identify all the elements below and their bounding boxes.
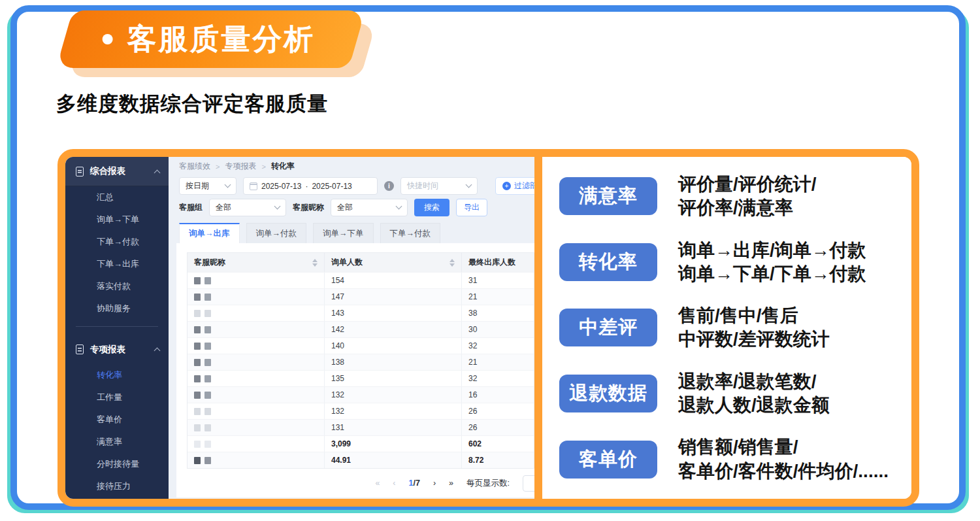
tab-item[interactable]: 询单→下单 [313, 223, 374, 243]
feature-description: 售前/售中/售后中评数/差评数统计 [678, 304, 830, 352]
breadcrumb-item[interactable]: 专项报表 [225, 161, 256, 172]
censored-name-block [194, 326, 201, 333]
sidebar-item[interactable]: 汇总 [65, 186, 169, 209]
table-row[interactable]: 44.918.72 [188, 452, 534, 468]
sidebar-group-label: 综合报表 [90, 165, 125, 177]
inquiry-count-cell: 147 [325, 289, 462, 305]
sort-icon[interactable] [312, 259, 318, 267]
breadcrumb-item[interactable]: 转化率 [271, 161, 295, 172]
feature-badge-button[interactable]: 客单价 [559, 441, 657, 479]
nickname-cell [188, 273, 325, 288]
table-row[interactable]: 15431 [188, 272, 534, 288]
sort-asc-icon [312, 259, 318, 262]
censored-name-block [204, 441, 211, 448]
next-page-button[interactable]: › [433, 479, 436, 488]
tab-item[interactable]: 下单→付款 [380, 223, 441, 243]
last-page-button[interactable]: » [449, 479, 453, 488]
date-mode-select[interactable]: 按日期 [179, 177, 237, 195]
filter-departments-button[interactable]: + 过滤部门 [495, 177, 534, 195]
search-button[interactable]: 搜索 [414, 199, 449, 216]
sidebar-item[interactable]: 下单→出库 [65, 253, 169, 275]
censored-name-block [204, 277, 211, 284]
sidebar-item[interactable]: 满意率 [65, 431, 169, 453]
sidebar-item[interactable]: 分时接待量 [65, 453, 169, 475]
sidebar-item[interactable]: 工作量 [65, 386, 169, 409]
tab-item[interactable]: 询单→付款 [246, 223, 307, 243]
sidebar-item[interactable]: 下单→付款 [65, 231, 169, 253]
group-select[interactable]: 全部 [209, 199, 286, 216]
sidebar-item[interactable]: 协助服务 [65, 297, 169, 320]
quick-time-select[interactable]: 快捷时间 [400, 177, 478, 195]
title-banner: 客服质量分析 [56, 10, 365, 68]
tab-active[interactable]: 询单→出库 [179, 223, 240, 243]
column-header[interactable]: 客服昵称 [188, 253, 325, 272]
censored-name-block [194, 277, 201, 284]
censored-name-block [204, 326, 211, 333]
inquiry-count-cell: 3,099 [325, 436, 462, 452]
table-row[interactable]: 13821 [188, 354, 534, 370]
table-row[interactable]: 13216 [188, 386, 534, 403]
page-title: 客服质量分析 [127, 20, 316, 59]
sidebar-item[interactable]: 询单→下单 [65, 209, 169, 231]
feature-badge-button[interactable]: 满意率 [559, 177, 657, 215]
date-mode-value: 按日期 [186, 180, 209, 192]
column-header[interactable]: 最终出库人数 [462, 253, 534, 272]
first-page-button[interactable]: « [375, 479, 380, 488]
export-button[interactable]: 导出 [456, 199, 487, 216]
censored-name-block [204, 294, 211, 301]
total-pages: 7 [416, 479, 420, 488]
inquiry-count-cell: 138 [325, 354, 462, 370]
table-card: 客服昵称询单人数最终出库人数 1543114721143381423014032… [176, 243, 534, 497]
calendar-icon [250, 182, 257, 190]
breadcrumb-separator: > [216, 163, 220, 171]
nickname-cell [188, 371, 325, 386]
outbound-count-cell: 32 [462, 338, 534, 354]
feature-description-line: 询单→出库/询单→付款 [678, 239, 866, 262]
feature-description: 退款率/退款笔数/退款人数/退款金额 [678, 370, 830, 418]
censored-name-block [194, 424, 201, 431]
feature-badge-button[interactable]: 中差评 [559, 309, 657, 346]
nickname-select[interactable]: 全部 [331, 199, 408, 216]
page-size-select[interactable] [523, 475, 534, 492]
sidebar-item[interactable]: 接待压力 [65, 475, 169, 497]
sidebar-item[interactable]: 客单价 [65, 409, 169, 431]
sidebar-item[interactable]: 转化率 [65, 364, 169, 386]
feature-badge-button[interactable]: 转化率 [559, 243, 657, 281]
censored-name-block [204, 375, 211, 382]
sort-desc-icon [449, 263, 455, 267]
table-row[interactable]: 3,099602 [188, 435, 534, 452]
censored-name-block [204, 310, 211, 317]
inquiry-count-cell: 142 [325, 322, 462, 337]
breadcrumb-item[interactable]: 客服绩效 [179, 161, 210, 172]
nickname-cell [188, 289, 325, 305]
sidebar-group-2[interactable]: 专项报表 [65, 335, 169, 364]
nickname-cell [188, 452, 325, 468]
censored-name-block [194, 375, 201, 382]
date-range-input[interactable]: 2025-07-13 · 2025-07-13 [243, 177, 378, 195]
feature-description-line: 销售额/销售量/ [678, 435, 889, 459]
table-row[interactable]: 14338 [188, 305, 534, 321]
feature-description: 评价量/评价统计/评价率/满意率 [678, 173, 817, 220]
table-row[interactable]: 13226 [188, 403, 534, 419]
table-row[interactable]: 13126 [188, 419, 534, 435]
info-icon[interactable]: i [384, 181, 394, 191]
sidebar-item[interactable]: 落实付款 [65, 275, 169, 297]
column-header-label: 询单人数 [331, 257, 363, 268]
sidebar-group-1[interactable]: 综合报表 [65, 157, 169, 186]
table-row[interactable]: 14032 [188, 337, 534, 354]
feature-badge-button[interactable]: 退款数据 [559, 375, 657, 412]
sort-icon[interactable] [449, 259, 455, 267]
prev-page-button[interactable]: ‹ [393, 479, 395, 488]
censored-name-block [204, 408, 211, 415]
table-row[interactable]: 14230 [188, 321, 534, 337]
column-header-label: 客服昵称 [194, 257, 225, 268]
table-row[interactable]: 14721 [188, 288, 534, 305]
table-header: 客服昵称询单人数最终出库人数 [188, 253, 534, 272]
feature-description-line: 客单价/客件数/件均价/...... [678, 460, 889, 483]
table-row[interactable]: 13532 [188, 370, 534, 386]
nickname-cell [188, 436, 325, 452]
column-header[interactable]: 询单人数 [325, 253, 462, 272]
feature-description: 询单→出库/询单→付款询单→下单/下单→付款 [678, 239, 866, 286]
nickname-cell [188, 387, 325, 403]
feature-item: 退款数据退款率/退款笔数/退款人数/退款金额 [559, 370, 905, 418]
